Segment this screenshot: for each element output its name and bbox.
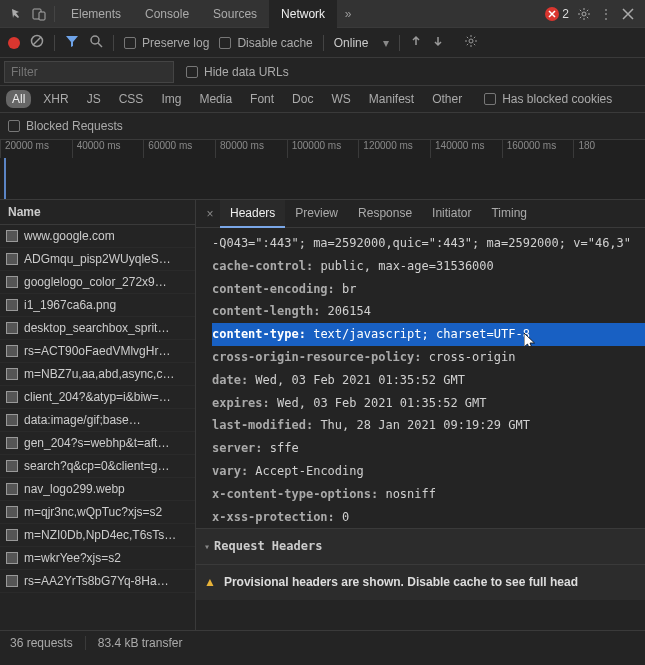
file-icon <box>6 460 18 472</box>
request-item[interactable]: desktop_searchbox_sprit… <box>0 317 195 340</box>
detail-tab-headers[interactable]: Headers <box>220 200 285 228</box>
type-pill-img[interactable]: Img <box>155 90 187 108</box>
file-icon <box>6 483 18 495</box>
hide-data-urls-checkbox[interactable]: Hide data URLs <box>186 65 289 79</box>
response-header-row[interactable]: x-content-type-options: nosniff <box>212 483 645 506</box>
svg-point-5 <box>469 39 473 43</box>
devtools-tab-sources[interactable]: Sources <box>201 0 269 28</box>
devtools-tab-network[interactable]: Network <box>269 0 337 28</box>
upload-har-icon[interactable] <box>410 35 422 50</box>
file-icon <box>6 391 18 403</box>
timeline-tick: 40000 ms <box>72 140 144 158</box>
has-blocked-cookies-checkbox[interactable]: Has blocked cookies <box>484 92 612 106</box>
response-header-row[interactable]: date: Wed, 03 Feb 2021 01:35:52 GMT <box>212 369 645 392</box>
panel-settings-gear-icon[interactable] <box>464 34 478 51</box>
filter-input[interactable] <box>4 61 174 83</box>
devtools-tabbar: ElementsConsoleSourcesNetwork » 2 ⋮ <box>0 0 645 28</box>
response-header-row[interactable]: cache-control: public, max-age=31536000 <box>212 255 645 278</box>
request-item[interactable]: m=wkrYee?xjs=s2 <box>0 547 195 570</box>
type-pill-css[interactable]: CSS <box>113 90 150 108</box>
type-pill-media[interactable]: Media <box>193 90 238 108</box>
type-pill-other[interactable]: Other <box>426 90 468 108</box>
clear-icon[interactable] <box>30 34 44 51</box>
response-header-row[interactable]: server: sffe <box>212 437 645 460</box>
timeline-tick: 20000 ms <box>0 140 72 158</box>
close-devtools-icon[interactable] <box>617 3 639 25</box>
type-pill-font[interactable]: Font <box>244 90 280 108</box>
devtools-tab-elements[interactable]: Elements <box>59 0 133 28</box>
response-header-row[interactable]: last-modified: Thu, 28 Jan 2021 09:19:29… <box>212 414 645 437</box>
file-icon <box>6 414 18 426</box>
devtools-tab-console[interactable]: Console <box>133 0 201 28</box>
timeline-marker <box>4 158 6 199</box>
file-icon <box>6 345 18 357</box>
error-count-badge[interactable]: 2 <box>541 5 573 23</box>
settings-gear-icon[interactable] <box>573 3 595 25</box>
provisional-warning: ▲ Provisional headers are shown. Disable… <box>196 564 645 600</box>
type-pill-js[interactable]: JS <box>81 90 107 108</box>
file-icon <box>6 575 18 587</box>
timeline-tick: 160000 ms <box>502 140 574 158</box>
request-item[interactable]: search?q&cp=0&client=g… <box>0 455 195 478</box>
request-item[interactable]: nav_logo299.webp <box>0 478 195 501</box>
detail-tab-initiator[interactable]: Initiator <box>422 200 481 228</box>
response-header-row[interactable]: vary: Accept-Encoding <box>212 460 645 483</box>
timeline-tick: 100000 ms <box>287 140 359 158</box>
request-list: Name www.google.comADGmqu_pisp2WUyqleS…g… <box>0 200 196 630</box>
filter-row: Hide data URLs <box>0 58 645 86</box>
request-item[interactable]: m=NBZ7u,aa,abd,async,c… <box>0 363 195 386</box>
disable-cache-checkbox[interactable]: Disable cache <box>219 36 312 50</box>
request-item[interactable]: m=qjr3nc,wQpTuc?xjs=s2 <box>0 501 195 524</box>
request-item[interactable]: i1_1967ca6a.png <box>0 294 195 317</box>
request-item[interactable]: ADGmqu_pisp2WUyqleS… <box>0 248 195 271</box>
svg-point-4 <box>91 36 99 44</box>
type-filter-row: AllXHRJSCSSImgMediaFontDocWSManifestOthe… <box>0 86 645 113</box>
type-pill-all[interactable]: All <box>6 90 31 108</box>
filter-icon[interactable] <box>65 34 79 51</box>
type-pill-doc[interactable]: Doc <box>286 90 319 108</box>
headers-body: -Q043=":443"; ma=2592000,quic=":443"; ma… <box>196 228 645 630</box>
record-button[interactable] <box>8 37 20 49</box>
file-icon <box>6 368 18 380</box>
response-header-row[interactable]: expires: Wed, 03 Feb 2021 01:35:52 GMT <box>212 392 645 415</box>
response-header-row[interactable]: content-length: 206154 <box>212 300 645 323</box>
device-toggle-icon[interactable] <box>28 3 50 25</box>
timeline-overview[interactable]: 20000 ms40000 ms60000 ms80000 ms100000 m… <box>0 140 645 200</box>
header-fragment: -Q043=":443"; ma=2592000,quic=":443"; ma… <box>212 232 645 255</box>
response-header-row[interactable]: content-encoding: br <box>212 278 645 301</box>
request-item[interactable]: googlelogo_color_272x9… <box>0 271 195 294</box>
status-bar: 36 requests 83.4 kB transfer <box>0 630 645 654</box>
response-header-row[interactable]: content-type: text/javascript; charset=U… <box>212 323 645 346</box>
request-item[interactable]: data:image/gif;base… <box>0 409 195 432</box>
blocked-requests-checkbox[interactable]: Blocked Requests <box>8 119 637 133</box>
blocked-requests-row: Blocked Requests <box>0 113 645 140</box>
kebab-menu-icon[interactable]: ⋮ <box>595 3 617 25</box>
request-item[interactable]: www.google.com <box>0 225 195 248</box>
search-icon[interactable] <box>89 34 103 51</box>
preserve-log-checkbox[interactable]: Preserve log <box>124 36 209 50</box>
detail-tab-preview[interactable]: Preview <box>285 200 348 228</box>
status-request-count: 36 requests <box>10 636 86 650</box>
request-item[interactable]: rs=ACT90oFaedVMlvgHr… <box>0 340 195 363</box>
throttling-select[interactable]: Online <box>334 36 373 50</box>
file-icon <box>6 299 18 311</box>
more-tabs-icon[interactable]: » <box>337 3 359 25</box>
column-header-name[interactable]: Name <box>0 200 195 225</box>
detail-tab-timing[interactable]: Timing <box>481 200 537 228</box>
close-detail-icon[interactable]: × <box>200 207 220 221</box>
type-pill-xhr[interactable]: XHR <box>37 90 74 108</box>
detail-tab-response[interactable]: Response <box>348 200 422 228</box>
download-har-icon[interactable] <box>432 35 444 50</box>
inspect-icon[interactable] <box>6 3 28 25</box>
response-header-row[interactable]: x-xss-protection: 0 <box>212 506 645 529</box>
response-header-row[interactable]: cross-origin-resource-policy: cross-orig… <box>212 346 645 369</box>
request-item[interactable]: gen_204?s=webhp&t=aft… <box>0 432 195 455</box>
request-item[interactable]: rs=AA2YrTs8bG7Yq-8Ha… <box>0 570 195 593</box>
file-icon <box>6 506 18 518</box>
request-headers-section[interactable]: ▾ Request Headers <box>196 528 645 564</box>
status-transfer-size: 83.4 kB transfer <box>98 636 183 650</box>
request-item[interactable]: m=NZI0Db,NpD4ec,T6sTs… <box>0 524 195 547</box>
request-item[interactable]: client_204?&atyp=i&biw=… <box>0 386 195 409</box>
type-pill-manifest[interactable]: Manifest <box>363 90 420 108</box>
type-pill-ws[interactable]: WS <box>325 90 356 108</box>
